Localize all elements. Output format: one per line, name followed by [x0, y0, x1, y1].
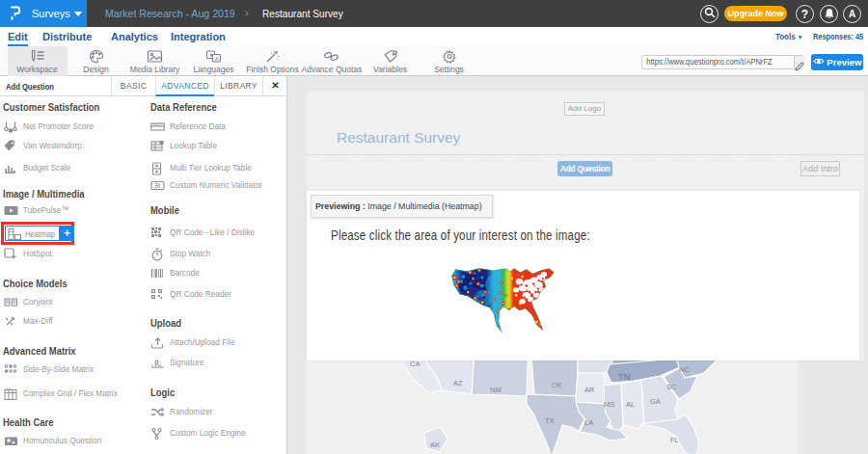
svg-text:010: 010: [6, 387, 12, 390]
svg-text:NC: NC: [679, 365, 690, 374]
svg-text:x: x: [151, 362, 153, 367]
svg-text:TX: TX: [545, 416, 555, 425]
svg-text:MS: MS: [604, 400, 614, 409]
svg-text:CA: CA: [410, 360, 420, 368]
svg-text:FL: FL: [670, 436, 679, 444]
svg-text:AK: AK: [430, 441, 440, 449]
svg-text:AR: AR: [584, 386, 595, 394]
svg-text:LA: LA: [584, 418, 593, 427]
svg-text:GA: GA: [650, 397, 661, 406]
svg-text:NM: NM: [490, 386, 502, 394]
svg-text:TN: TN: [618, 371, 631, 382]
svg-text:OK: OK: [552, 381, 562, 389]
svg-text:AL: AL: [626, 400, 635, 409]
svg-text:AZ: AZ: [453, 379, 463, 387]
svg-text:SC: SC: [666, 383, 677, 391]
svg-text:94422: 94422: [153, 123, 163, 127]
